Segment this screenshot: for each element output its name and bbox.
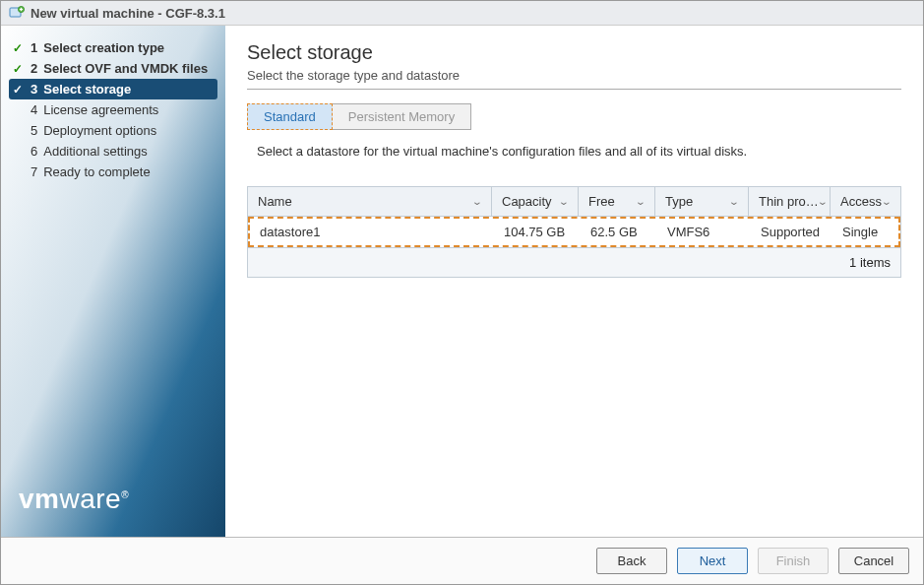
chevron-down-icon: ⌄ xyxy=(728,196,739,207)
step-6: ✓ 6 Additional settings xyxy=(9,141,217,162)
vmware-logo: vmware® xyxy=(19,484,129,515)
cell-free: 62.5 GB xyxy=(581,219,657,245)
cell-capacity: 104.75 GB xyxy=(494,219,581,245)
cell-name: datastore1 xyxy=(250,219,494,245)
check-icon: ✓ xyxy=(11,62,25,76)
storage-type-tabs: Standard Persistent Memory xyxy=(247,103,901,130)
page-title: Select storage xyxy=(247,41,901,64)
step-4: ✓ 4 License agreements xyxy=(9,99,217,120)
step-3[interactable]: ✓ 3 Select storage xyxy=(9,79,217,99)
table-row[interactable]: datastore1 104.75 GB 62.5 GB VMFS6 Suppo… xyxy=(248,217,900,247)
check-icon: ✓ xyxy=(11,41,25,55)
check-icon: ✓ xyxy=(11,145,25,159)
check-icon: ✓ xyxy=(11,103,25,117)
col-type[interactable]: Type⌄ xyxy=(655,187,749,216)
titlebar: New virtual machine - CGF-8.3.1 xyxy=(1,1,923,26)
check-icon: ✓ xyxy=(11,83,25,97)
col-capacity[interactable]: Capacity⌄ xyxy=(492,187,579,216)
col-thin-provisioning[interactable]: Thin pro…⌄ xyxy=(749,187,831,216)
col-name[interactable]: Name⌄ xyxy=(248,187,492,216)
cell-access: Single xyxy=(832,219,898,245)
step-2[interactable]: ✓ 2 Select OVF and VMDK files xyxy=(9,58,217,79)
tab-persistent-memory[interactable]: Persistent Memory xyxy=(333,103,471,130)
dialog-footer: Back Next Finish Cancel xyxy=(1,537,923,584)
finish-button: Finish xyxy=(758,548,829,574)
content: ✓ 1 Select creation type ✓ 2 Select OVF … xyxy=(1,26,923,537)
col-free[interactable]: Free⌄ xyxy=(579,187,655,216)
instruction-text: Select a datastore for the virtual machi… xyxy=(257,144,901,159)
vm-icon xyxy=(9,5,25,21)
title-text: New virtual machine - CGF-8.3.1 xyxy=(31,6,225,21)
table-footer: 1 items xyxy=(248,247,900,277)
tab-standard[interactable]: Standard xyxy=(247,103,333,130)
step-5: ✓ 5 Deployment options xyxy=(9,120,217,141)
page-subtitle: Select the storage type and datastore xyxy=(247,68,901,83)
cancel-button[interactable]: Cancel xyxy=(838,548,909,574)
chevron-down-icon: ⌄ xyxy=(558,196,569,207)
step-7: ✓ 7 Ready to complete xyxy=(9,162,217,182)
datastore-table: Name⌄ Capacity⌄ Free⌄ Type⌄ Thin pro…⌄ A… xyxy=(247,186,901,278)
check-icon: ✓ xyxy=(11,165,25,179)
back-button[interactable]: Back xyxy=(596,548,667,574)
cell-type: VMFS6 xyxy=(657,219,751,245)
chevron-down-icon: ⌄ xyxy=(817,196,828,207)
main-panel: Select storage Select the storage type a… xyxy=(225,26,923,537)
table-header: Name⌄ Capacity⌄ Free⌄ Type⌄ Thin pro…⌄ A… xyxy=(248,187,900,217)
new-vm-dialog: New virtual machine - CGF-8.3.1 ✓ 1 Sele… xyxy=(0,0,924,585)
cell-thin: Supported xyxy=(751,219,832,245)
step-1[interactable]: ✓ 1 Select creation type xyxy=(9,37,217,58)
check-icon: ✓ xyxy=(11,124,25,138)
divider xyxy=(247,89,901,90)
chevron-down-icon: ⌄ xyxy=(471,196,482,207)
chevron-down-icon: ⌄ xyxy=(635,196,646,207)
next-button[interactable]: Next xyxy=(677,548,748,574)
wizard-steps: ✓ 1 Select creation type ✓ 2 Select OVF … xyxy=(1,26,225,190)
col-access[interactable]: Access⌄ xyxy=(831,187,900,216)
chevron-down-icon: ⌄ xyxy=(881,196,892,207)
sidebar: ✓ 1 Select creation type ✓ 2 Select OVF … xyxy=(1,26,225,537)
